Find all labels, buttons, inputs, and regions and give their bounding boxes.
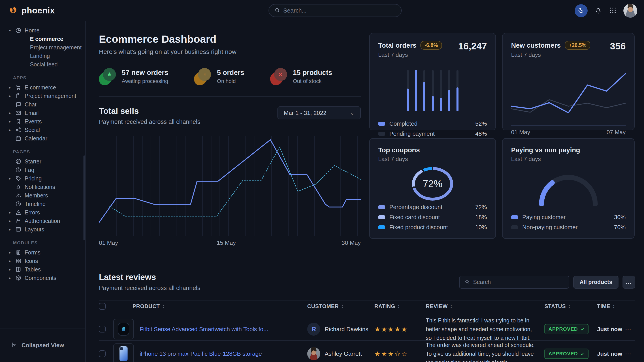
- sort-icon: ▲▼: [162, 304, 164, 309]
- row-menu-button[interactable]: ⋯: [625, 326, 635, 333]
- reviews-title: Latest reviews: [99, 273, 200, 282]
- stat-sublabel: On hold: [217, 78, 244, 84]
- sort-icon: ▲▼: [398, 304, 400, 309]
- dark-mode-toggle[interactable]: [575, 4, 588, 17]
- column-header-status[interactable]: STATUS▲▼: [544, 303, 597, 310]
- legend-value: 18%: [475, 214, 487, 221]
- sidebar-item-icons[interactable]: ▸Icons: [0, 257, 85, 265]
- stat-value: 5 orders: [217, 69, 244, 77]
- columns-icon: [15, 266, 24, 273]
- review-text: This Fitbit is fantastic! I was trying t…: [426, 316, 544, 342]
- global-search[interactable]: [268, 4, 402, 17]
- bar-track: [415, 70, 417, 111]
- sidebar-item-e-commerce[interactable]: ▸E commerce: [0, 83, 85, 92]
- legend-item-paying-customer: Paying customer30%: [511, 214, 626, 221]
- sidebar-item-authentication[interactable]: ▸Authentication: [0, 217, 85, 225]
- clock-icon: [15, 201, 24, 207]
- sidebar-item-label: Project management: [24, 93, 76, 99]
- star-icon: [99, 68, 116, 85]
- clipboard-icon: [15, 93, 24, 99]
- select-all-checkbox[interactable]: [99, 303, 106, 310]
- product-link[interactable]: iPhone 13 pro max-Pacific Blue-128GB sto…: [140, 350, 262, 357]
- product-link[interactable]: Fitbit Sense Advanced Smartwatch with To…: [140, 326, 268, 333]
- table-row: iPhone 13 pro max-Pacific Blue-128GB sto…: [99, 341, 635, 362]
- reviews-table-body: Fitbit Sense Advanced Smartwatch with To…: [99, 316, 635, 362]
- column-header-time[interactable]: TIME▲▼: [597, 303, 625, 310]
- page-subtitle: Here's what's going on at your business …: [99, 48, 361, 55]
- row-checkbox[interactable]: [99, 326, 106, 333]
- sidebar-item-layouts[interactable]: ▸Layouts: [0, 225, 85, 234]
- reviews-search[interactable]: [459, 276, 569, 289]
- search-input[interactable]: [283, 7, 396, 14]
- sidebar-item-project-management[interactable]: ▸Project management: [0, 92, 85, 100]
- reviews-subtitle: Payment received across all channels: [99, 285, 200, 292]
- new-customers-value: 356: [610, 41, 626, 52]
- sidebar-item-tables[interactable]: ▸Tables: [0, 265, 85, 274]
- total-sells-x-axis: 01 May 15 May 30 May: [99, 240, 361, 249]
- column-header-customer[interactable]: CUSTOMER▲▼: [307, 303, 374, 310]
- time-cell: Just now: [597, 350, 625, 357]
- sidebar-item-label: E commerce: [24, 84, 56, 91]
- logo[interactable]: phoenix: [8, 0, 55, 21]
- sidebar-item-label: Home: [24, 27, 40, 34]
- column-header-product[interactable]: PRODUCT▲▼: [113, 303, 307, 310]
- sidebar-item-components[interactable]: ▸Components: [0, 274, 85, 282]
- sidebar-item-home[interactable]: ▾Home: [0, 26, 85, 35]
- sidebar-subitem-landing[interactable]: Landing: [0, 52, 85, 60]
- date-range-select[interactable]: Mar 1 - 31, 2022 ⌄: [278, 106, 361, 119]
- row-checkbox[interactable]: [99, 350, 106, 357]
- sidebar-subitem-label: E commerce: [30, 36, 63, 42]
- calendar-icon: [15, 135, 24, 142]
- card-period: Last 7 days: [378, 51, 442, 58]
- caret-right-icon: ▸: [9, 176, 15, 181]
- sidebar-item-members[interactable]: Members: [0, 191, 85, 200]
- legend-item-completed: Completed52%: [378, 120, 487, 127]
- sidebar-item-chat[interactable]: Chat: [0, 100, 85, 109]
- column-header-review[interactable]: REVIEW▲▼: [426, 303, 544, 310]
- sidebar-scrollbar[interactable]: [84, 155, 85, 240]
- reviews-search-input[interactable]: [473, 279, 564, 285]
- legend-value: 48%: [475, 130, 487, 137]
- sidebar-item-label: Faq: [24, 167, 34, 173]
- sidebar-item-label: Events: [24, 118, 42, 125]
- sidebar-item-events[interactable]: ▸Events: [0, 117, 85, 126]
- sidebar-item-email[interactable]: ▸Email: [0, 109, 85, 117]
- sidebar-item-label: Components: [24, 275, 56, 281]
- legend-swatch: [511, 225, 518, 229]
- caret-right-icon: ▸: [9, 128, 15, 132]
- notifications-button[interactable]: [594, 6, 602, 15]
- bar-completed: [423, 82, 426, 111]
- sidebar-item-errors[interactable]: ▸Errors: [0, 208, 85, 217]
- collapse-sidebar-button[interactable]: Collapsed View: [0, 328, 85, 362]
- sidebar-item-forms[interactable]: ▸Forms: [0, 248, 85, 257]
- apps-menu-button[interactable]: [609, 6, 617, 15]
- rating-stars: ★★★☆☆: [374, 350, 426, 358]
- stat-57-new-orders: 57 new ordersAwating processing: [99, 68, 168, 85]
- reviews-more-button[interactable]: ...: [622, 276, 635, 289]
- table-row: Fitbit Sense Advanced Smartwatch with To…: [99, 316, 635, 341]
- bookmark-icon: [15, 118, 24, 125]
- user-avatar[interactable]: [624, 4, 637, 18]
- sidebar-item-social[interactable]: ▸Social: [0, 126, 85, 134]
- customer-name: Ashley Garrett: [325, 350, 362, 357]
- sidebar-item-notifications[interactable]: Notifications: [0, 183, 85, 191]
- x-icon: [270, 68, 287, 85]
- orders-bar-chart: [407, 70, 458, 111]
- sidebar-item-starter[interactable]: Starter: [0, 157, 85, 166]
- caret-right-icon: ▸: [9, 111, 15, 115]
- row-menu-button[interactable]: ⋯: [625, 350, 635, 358]
- legend-item-pending-payment: Pending payment48%: [378, 130, 487, 137]
- column-header-rating[interactable]: RATING▲▼: [374, 303, 426, 310]
- sidebar-subitem-social-feed[interactable]: Social feed: [0, 60, 85, 69]
- sidebar-item-pricing[interactable]: ▸Pricing: [0, 174, 85, 183]
- bar-track: [407, 70, 409, 111]
- sidebar-item-faq[interactable]: Faq: [0, 166, 85, 174]
- sidebar-section-label-apps: APPS: [0, 69, 85, 83]
- sidebar-subitem-project-management[interactable]: Project management: [0, 43, 85, 52]
- all-products-button[interactable]: All products: [573, 276, 618, 289]
- sidebar-item-calendar[interactable]: Calendar: [0, 134, 85, 143]
- bar-track: [448, 70, 450, 111]
- donut-center-label: 72%: [423, 178, 442, 189]
- sidebar-subitem-e-commerce[interactable]: E commerce: [0, 35, 85, 43]
- sidebar-item-timeline[interactable]: Timeline: [0, 200, 85, 208]
